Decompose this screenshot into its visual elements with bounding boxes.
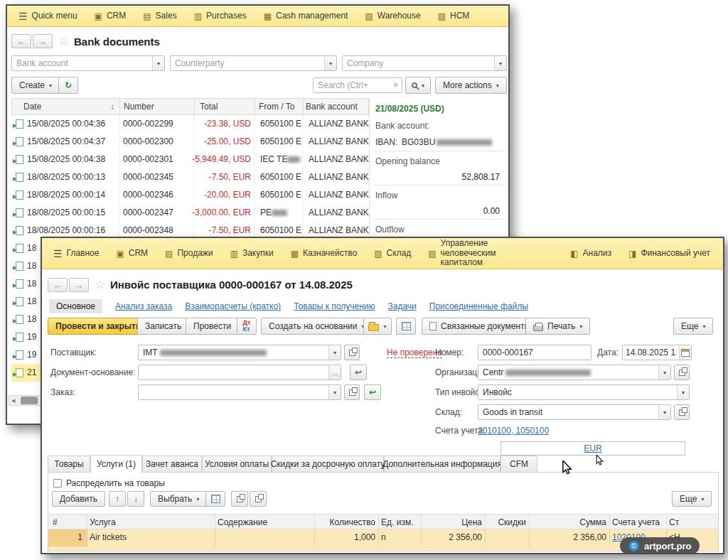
- tab-goods[interactable]: Товары: [48, 456, 90, 473]
- tab-early-discounts[interactable]: Скидки за досрочную оплату: [272, 456, 384, 473]
- tab-advance[interactable]: Зачет аванса: [142, 456, 202, 473]
- accounts-links[interactable]: 2010100, 1050100: [478, 426, 549, 436]
- write-button[interactable]: Записать: [137, 318, 189, 335]
- menu-item-hcm[interactable]: ▨ HCM: [429, 6, 478, 26]
- tab-cfm[interactable]: CFM: [500, 456, 537, 473]
- items-more-button[interactable]: Еще ▾: [672, 491, 712, 507]
- table-row[interactable]: 15/08/2025 00:04:38 0000-002301 -5,949.4…: [11, 151, 369, 168]
- tab-services[interactable]: Услуги (1): [90, 455, 142, 473]
- col-num[interactable]: #: [53, 517, 58, 527]
- menu-item-purchases[interactable]: ▥ Purchases: [186, 6, 255, 26]
- menu-item-crm[interactable]: ▣ CRM: [107, 238, 156, 269]
- column-header-date[interactable]: Date: [23, 102, 41, 112]
- chevron-down-icon[interactable]: ▾: [658, 405, 670, 419]
- back-button[interactable]: ←: [48, 278, 68, 292]
- col-content[interactable]: Содержание: [218, 517, 267, 527]
- tab-tasks[interactable]: Задачи: [388, 301, 417, 311]
- calendar-icon[interactable]: [679, 345, 691, 360]
- create-based-on-button[interactable]: Создать на основании ▾: [261, 318, 373, 335]
- currency-field[interactable]: EUR: [500, 441, 685, 456]
- table-row[interactable]: 18/08/2025 00:00:13 0000-002345 -7.50, E…: [11, 168, 369, 186]
- menu-item-crm[interactable]: ▣ CRM: [86, 6, 135, 26]
- post-and-close-button[interactable]: Провести и закрыть: [48, 318, 149, 335]
- chevron-down-icon[interactable]: ▾: [494, 56, 506, 70]
- favorite-star-icon[interactable]: ☆: [95, 278, 105, 292]
- menu-item-kaznacheystvo[interactable]: ▦ Казначейство: [282, 238, 365, 269]
- related-documents-button[interactable]: Связанные документы: [422, 318, 538, 335]
- tab-payment-terms[interactable]: Условия оплаты: [202, 456, 272, 473]
- table-row[interactable]: 15/08/2025 00:04:36 0000-002299 -23.38, …: [11, 115, 369, 133]
- chevron-down-icon[interactable]: ▾: [324, 56, 336, 70]
- menu-item-glavnoye[interactable]: ☰ Главное: [45, 238, 107, 269]
- bank-account-filter-input[interactable]: [12, 56, 152, 70]
- date-input[interactable]: [623, 345, 679, 360]
- more-actions-button[interactable]: More actions ▾: [435, 77, 507, 94]
- search-button[interactable]: ▾: [405, 77, 431, 94]
- post-button[interactable]: Провести: [186, 318, 239, 335]
- clear-search-icon[interactable]: ×: [390, 78, 402, 92]
- warehouse-input[interactable]: [478, 405, 658, 419]
- table-settings-button[interactable]: [205, 491, 225, 507]
- insert-base-document-button[interactable]: ↩: [350, 365, 367, 380]
- tab-additional-info[interactable]: Дополнительная информация: [384, 456, 500, 473]
- supplier-value[interactable]: IMT: [139, 345, 328, 360]
- create-button[interactable]: Create ▾: [11, 77, 60, 94]
- copy-button[interactable]: [231, 491, 248, 507]
- menu-item-prodazhi[interactable]: ▤ Продажи: [156, 238, 221, 269]
- print-button[interactable]: Печать ▾: [525, 318, 590, 335]
- refresh-button[interactable]: ↻: [58, 77, 78, 94]
- column-header-total[interactable]: Total: [200, 102, 218, 112]
- insert-order-button[interactable]: ↩: [364, 384, 381, 400]
- attached-files-button[interactable]: ▾: [363, 318, 392, 335]
- col-total[interactable]: Сумма: [532, 517, 606, 527]
- items-table-row[interactable]: 1 Air tickets 1,000 n 2 356,00 2 356,00 …: [48, 529, 718, 546]
- reports-panel-button[interactable]: [396, 318, 416, 335]
- open-warehouse-button[interactable]: [674, 404, 690, 420]
- menu-item-hcm[interactable]: ▨ Управление человеческим капиталом: [419, 238, 533, 269]
- company-filter-input[interactable]: [343, 56, 494, 70]
- number-input[interactable]: [478, 345, 591, 360]
- open-supplier-button[interactable]: [344, 345, 360, 360]
- chevron-down-icon[interactable]: ▾: [328, 385, 341, 399]
- chevron-down-icon[interactable]: ▾: [658, 365, 670, 379]
- currency-link[interactable]: EUR: [584, 443, 601, 453]
- chevron-down-icon[interactable]: ▾: [328, 345, 341, 360]
- distribute-checkbox[interactable]: [53, 479, 62, 488]
- move-down-button[interactable]: ↓: [127, 491, 144, 507]
- table-row[interactable]: 15/08/2025 00:04:37 0000-002300 -25.00, …: [11, 133, 369, 151]
- search-input[interactable]: [314, 78, 390, 92]
- col-service[interactable]: Услуга: [90, 517, 116, 527]
- more-button[interactable]: Еще ▾: [673, 318, 713, 335]
- menu-item-finuchet[interactable]: ◨ Финансовый учет: [620, 238, 719, 269]
- scroll-left-icon[interactable]: ◀: [11, 398, 15, 404]
- forward-button[interactable]: →: [69, 278, 89, 292]
- column-header-bank-account[interactable]: Bank account: [306, 102, 358, 112]
- tab-main[interactable]: Основное: [49, 299, 102, 313]
- open-order-button[interactable]: [344, 384, 360, 400]
- col-tail[interactable]: Ст: [669, 517, 679, 527]
- tab-order-analysis[interactable]: Анализ заказа: [115, 301, 172, 311]
- menu-item-sklad[interactable]: ▧ Склад: [365, 238, 419, 269]
- menu-item-quick-menu[interactable]: ☰ Quick menu: [10, 6, 86, 26]
- ellipsis-button[interactable]: ...: [328, 365, 341, 379]
- move-up-button[interactable]: ↑: [109, 491, 126, 507]
- base-document-input[interactable]: [139, 365, 328, 379]
- select-button[interactable]: Выбрать ▾: [150, 491, 207, 507]
- table-row[interactable]: 18/08/2025 00:00:15 0000-002347 -3,000.0…: [11, 204, 369, 222]
- chevron-down-icon[interactable]: ▾: [152, 56, 164, 70]
- favorite-star-icon[interactable]: ☆: [58, 34, 69, 48]
- menu-item-warehouse[interactable]: ▧ Warehouse: [356, 6, 429, 26]
- counterparty-filter-input[interactable]: [171, 56, 324, 70]
- tab-attached-files[interactable]: Присоединенные файлы: [429, 301, 528, 311]
- col-discounts[interactable]: Скидки: [488, 517, 526, 527]
- back-button[interactable]: ←: [11, 34, 31, 48]
- col-price[interactable]: Цена: [424, 517, 482, 527]
- organization-value[interactable]: Centr: [478, 365, 658, 379]
- not-verified-link[interactable]: Не проверено: [387, 348, 442, 358]
- menu-item-cash-management[interactable]: ▦ Cash management: [255, 6, 357, 26]
- paste-button[interactable]: [250, 491, 267, 507]
- order-input[interactable]: [139, 385, 328, 399]
- tab-goods-to-receive[interactable]: Товары к получению: [294, 301, 375, 311]
- menu-item-zakupki[interactable]: ▥ Закупки: [222, 238, 282, 269]
- menu-item-sales[interactable]: ▤ Sales: [134, 6, 185, 26]
